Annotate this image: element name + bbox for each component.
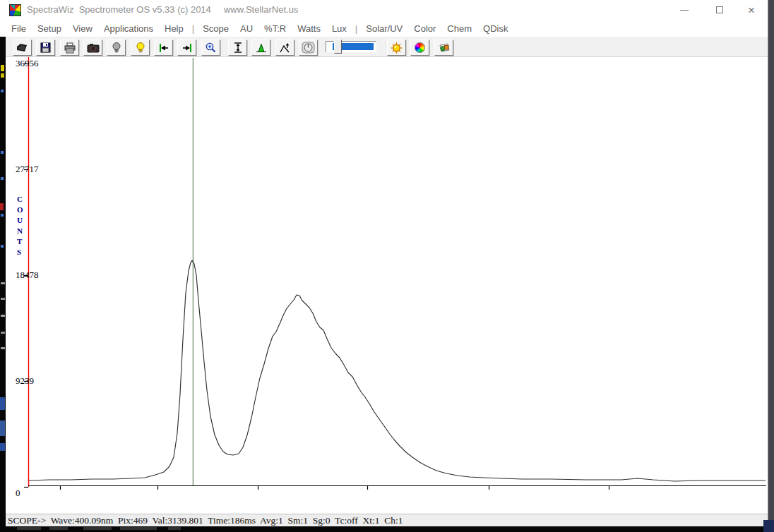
spectrum-curve bbox=[29, 260, 766, 481]
menu-item-chem[interactable]: Chem bbox=[441, 21, 477, 36]
camera-button[interactable] bbox=[83, 40, 102, 56]
zoom-in-icon bbox=[205, 42, 217, 54]
menu-item-au[interactable]: AU bbox=[234, 21, 258, 36]
close-button[interactable]: × bbox=[739, 0, 763, 20]
print-button[interactable] bbox=[60, 40, 79, 56]
y-autoscale-button[interactable] bbox=[228, 40, 247, 56]
lamp-off-icon bbox=[111, 42, 122, 54]
desktop-sliver-fragment bbox=[1, 90, 4, 92]
y-tick-label: 0 bbox=[16, 488, 20, 499]
chart-canvas bbox=[6, 57, 774, 532]
counts-axis-label-letter: N bbox=[17, 226, 23, 235]
title-bar: SpectraWiz Spectrometer OS v5.33 (c) 201… bbox=[0, 0, 768, 20]
desktop-sliver-fragment bbox=[1, 65, 4, 71]
zoom-in-button[interactable] bbox=[201, 40, 220, 56]
peak-hold-icon bbox=[279, 42, 292, 54]
desktop-sliver-fragment bbox=[1, 245, 4, 248]
limit-left-icon bbox=[157, 42, 170, 54]
minimize-button[interactable] bbox=[672, 0, 696, 20]
desktop-sliver-fragment bbox=[1, 73, 4, 78]
color-ball-icon bbox=[415, 42, 425, 53]
counts-axis-label-letter: U bbox=[17, 216, 23, 224]
desktop-sliver-fragment bbox=[1, 298, 5, 300]
menu-separator: | bbox=[189, 21, 197, 36]
timer-icon bbox=[302, 42, 315, 54]
menu-item-file[interactable]: File bbox=[6, 21, 32, 36]
camera-icon bbox=[87, 42, 100, 54]
menu-item--t-r[interactable]: %T:R bbox=[258, 21, 292, 36]
desktop-sliver-fragment bbox=[1, 347, 5, 349]
menu-item-color[interactable]: Color bbox=[408, 21, 441, 36]
open-file-icon bbox=[16, 42, 29, 54]
desktop-sliver-fragment bbox=[0, 421, 5, 436]
spectrum-peak-icon bbox=[255, 42, 268, 54]
counts-axis-label-letter: S bbox=[17, 248, 21, 256]
y-autoscale-icon bbox=[232, 42, 244, 54]
desktop-sliver-fragment bbox=[1, 315, 5, 317]
maximize-button[interactable] bbox=[708, 0, 732, 20]
sun-button[interactable] bbox=[387, 40, 406, 56]
app-window: SpectraWiz Spectrometer OS v5.33 (c) 201… bbox=[0, 0, 774, 532]
peak-hold-button[interactable] bbox=[275, 40, 294, 56]
exposure-slider[interactable] bbox=[326, 41, 376, 52]
menu-separator: | bbox=[352, 21, 360, 36]
sun-icon bbox=[390, 42, 403, 54]
desktop-sliver-fragment bbox=[0, 443, 5, 451]
taskbar-remnant bbox=[49, 527, 68, 530]
exposure-slider-thumb[interactable] bbox=[334, 40, 342, 54]
y-tick-label: 36956 bbox=[16, 58, 39, 69]
desktop-sliver-fragment bbox=[1, 151, 4, 154]
desktop-sliver-fragment bbox=[1, 332, 5, 334]
plot-area[interactable]: Wavelength in Nanometers 300400500600700… bbox=[6, 57, 768, 514]
limit-right-icon bbox=[181, 42, 194, 54]
counts-axis-label-letter: C bbox=[17, 195, 23, 203]
desktop-strip-right bbox=[768, 0, 774, 532]
y-tick-label: 18478 bbox=[16, 270, 39, 281]
app-icon bbox=[9, 4, 21, 16]
desktop-sliver-fragment bbox=[1, 214, 4, 217]
taskbar-accent bbox=[763, 520, 774, 532]
counts-axis-label-letter: T bbox=[17, 237, 22, 246]
toolbar bbox=[6, 37, 768, 57]
color-samples-icon bbox=[437, 42, 451, 54]
y-tick-label: 27717 bbox=[16, 164, 39, 175]
menu-item-view[interactable]: View bbox=[67, 21, 98, 36]
y-tick-label: 9239 bbox=[16, 375, 34, 387]
desktop-sliver-fragment bbox=[0, 397, 5, 410]
close-icon: × bbox=[748, 4, 755, 16]
taskbar-remnant bbox=[168, 527, 181, 530]
print-icon bbox=[64, 42, 76, 54]
desktop-sliver-fragment bbox=[1, 177, 4, 180]
lamp-off-button[interactable] bbox=[107, 40, 126, 56]
menu-item-scope[interactable]: Scope bbox=[197, 21, 234, 36]
status-text: SCOPE-> Wave:400.09nm Pix:469 Val:3139.8… bbox=[8, 515, 403, 526]
maximize-icon bbox=[716, 6, 723, 13]
minimize-icon bbox=[680, 10, 689, 11]
menu-item-applications[interactable]: Applications bbox=[98, 21, 159, 36]
limit-left-button[interactable] bbox=[154, 40, 173, 56]
taskbar-remnant bbox=[120, 527, 157, 530]
menu-item-help[interactable]: Help bbox=[159, 21, 189, 36]
taskbar-strip bbox=[0, 526, 774, 532]
menu-item-qdisk[interactable]: QDisk bbox=[477, 21, 513, 36]
color-ball-button[interactable] bbox=[410, 40, 429, 56]
menu-item-watts[interactable]: Watts bbox=[292, 21, 326, 36]
lamp-on-icon bbox=[135, 42, 146, 54]
menu-item-lux[interactable]: Lux bbox=[326, 21, 352, 36]
timer-button[interactable] bbox=[299, 40, 318, 56]
menu-item-setup[interactable]: Setup bbox=[32, 21, 67, 36]
desktop-sliver-fragment bbox=[0, 203, 4, 210]
save-icon bbox=[40, 42, 52, 54]
desktop-strip-left bbox=[0, 37, 6, 532]
lamp-on-button[interactable] bbox=[131, 40, 150, 56]
status-bar: SCOPE-> Wave:400.09nm Pix:469 Val:3139.8… bbox=[6, 514, 774, 526]
menu-item-solar-uv[interactable]: Solar/UV bbox=[360, 21, 408, 36]
menu-bar: FileSetupViewApplicationsHelp|ScopeAU%T:… bbox=[1, 20, 768, 37]
limit-right-button[interactable] bbox=[177, 40, 196, 56]
save-button[interactable] bbox=[36, 40, 55, 56]
counts-axis-label-letter: O bbox=[17, 205, 23, 214]
open-file-button[interactable] bbox=[13, 40, 32, 56]
taskbar-remnant bbox=[17, 527, 41, 530]
spectrum-peak-button[interactable] bbox=[251, 40, 270, 56]
color-samples-button[interactable] bbox=[434, 40, 453, 56]
